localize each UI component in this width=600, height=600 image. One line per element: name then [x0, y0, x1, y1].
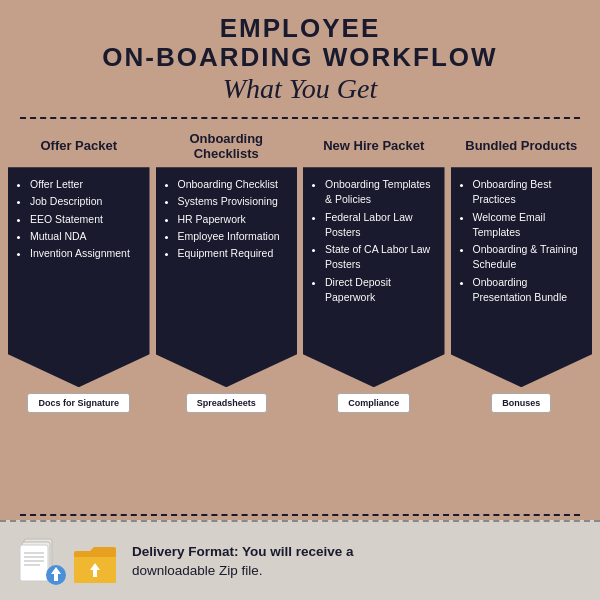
- header: EMPLOYEE ON-BOARDING WORKFLOW What You G…: [0, 0, 600, 113]
- badge-wrap-new-hire-packet: Compliance: [303, 393, 445, 413]
- divider-bottom: [20, 514, 580, 516]
- column-banner-new-hire-packet: Onboarding Templates & PoliciesFederal L…: [303, 167, 445, 387]
- list-item: Onboarding Templates & Policies: [325, 177, 437, 207]
- svg-rect-2: [20, 545, 48, 581]
- list-item: Onboarding & Training Schedule: [473, 242, 585, 272]
- column-offer-packet: Offer PacketOffer LetterJob DescriptionE…: [8, 123, 150, 413]
- column-list-bundled-products: Onboarding Best PracticesWelcome Email T…: [459, 177, 585, 305]
- divider-top: [20, 117, 580, 119]
- columns-section: Offer PacketOffer LetterJob DescriptionE…: [0, 123, 600, 510]
- list-item: Systems Provisioning: [178, 194, 290, 209]
- badge-offer-packet[interactable]: Docs for Signature: [27, 393, 130, 413]
- bottom-delivery-text: Delivery Format: You will receive a down…: [132, 543, 354, 581]
- badge-onboarding-checklists[interactable]: Spreadsheets: [186, 393, 267, 413]
- column-bundled-products: Bundled ProductsOnboarding Best Practice…: [451, 123, 593, 413]
- main-title: EMPLOYEE ON-BOARDING WORKFLOW: [10, 14, 590, 71]
- badge-wrap-onboarding-checklists: Spreadsheets: [156, 393, 298, 413]
- badge-bundled-products[interactable]: Bonuses: [491, 393, 551, 413]
- list-item: Employee Information: [178, 229, 290, 244]
- bottom-section: Delivery Format: You will receive a down…: [0, 520, 600, 600]
- list-item: HR Paperwork: [178, 212, 290, 227]
- column-onboarding-checklists: Onboarding ChecklistsOnboarding Checklis…: [156, 123, 298, 413]
- columns-wrapper: Offer PacketOffer LetterJob DescriptionE…: [8, 123, 592, 413]
- badge-new-hire-packet[interactable]: Compliance: [337, 393, 410, 413]
- list-item: Onboarding Best Practices: [473, 177, 585, 207]
- subtitle: What You Get: [10, 73, 590, 105]
- list-item: Invention Assignment: [30, 246, 142, 261]
- column-new-hire-packet: New Hire PacketOnboarding Templates & Po…: [303, 123, 445, 413]
- list-item: Job Description: [30, 194, 142, 209]
- column-banner-bundled-products: Onboarding Best PracticesWelcome Email T…: [451, 167, 593, 387]
- list-item: Mutual NDA: [30, 229, 142, 244]
- badge-wrap-offer-packet: Docs for Signature: [8, 393, 150, 413]
- list-item: Onboarding Checklist: [178, 177, 290, 192]
- list-item: Equipment Required: [178, 246, 290, 261]
- column-header-new-hire-packet: New Hire Packet: [321, 123, 426, 167]
- column-banner-onboarding-checklists: Onboarding ChecklistSystems Provisioning…: [156, 167, 298, 387]
- page-container: EMPLOYEE ON-BOARDING WORKFLOW What You G…: [0, 0, 600, 600]
- folder-icon: [72, 543, 118, 587]
- bottom-icons: [16, 537, 118, 587]
- list-item: Federal Labor Law Posters: [325, 210, 437, 240]
- column-header-onboarding-checklists: Onboarding Checklists: [156, 123, 298, 167]
- list-item: Welcome Email Templates: [473, 210, 585, 240]
- list-item: State of CA Labor Law Posters: [325, 242, 437, 272]
- documents-icon: [16, 537, 68, 587]
- column-banner-offer-packet: Offer LetterJob DescriptionEEO Statement…: [8, 167, 150, 387]
- list-item: EEO Statement: [30, 212, 142, 227]
- list-item: Direct Deposit Paperwork: [325, 275, 437, 305]
- badge-wrap-bundled-products: Bonuses: [451, 393, 593, 413]
- column-list-onboarding-checklists: Onboarding ChecklistSystems Provisioning…: [164, 177, 290, 261]
- column-list-offer-packet: Offer LetterJob DescriptionEEO Statement…: [16, 177, 142, 261]
- list-item: Onboarding Presentation Bundle: [473, 275, 585, 305]
- list-item: Offer Letter: [30, 177, 142, 192]
- column-list-new-hire-packet: Onboarding Templates & PoliciesFederal L…: [311, 177, 437, 305]
- column-header-offer-packet: Offer Packet: [38, 123, 119, 167]
- column-header-bundled-products: Bundled Products: [463, 123, 579, 167]
